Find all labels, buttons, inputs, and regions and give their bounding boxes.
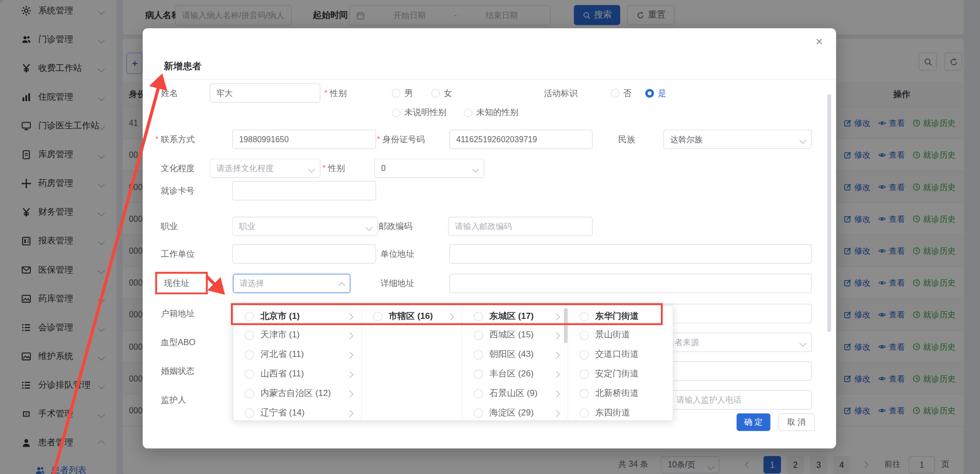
registered-address-label: 户籍地址 (161, 304, 194, 324)
education-select[interactable]: 请选择文化程度 (210, 159, 321, 178)
idcard-input[interactable] (449, 129, 593, 149)
chevron-up-icon (338, 282, 345, 289)
radio-icon (611, 89, 619, 98)
chevron-right-icon (346, 410, 354, 417)
active-yes-radio[interactable]: 是 (645, 83, 667, 103)
cascader-option[interactable]: 天津市 (1) (233, 326, 361, 345)
cascader-option[interactable]: 丰台区 (26) (462, 365, 567, 384)
chevron-right-icon (346, 371, 354, 378)
radio-icon (474, 350, 483, 359)
radio-icon (245, 312, 254, 321)
active-no-radio[interactable]: 否 (611, 83, 632, 103)
radio-icon (579, 369, 589, 378)
cascader-option[interactable]: 北新桥街道 (568, 384, 673, 403)
gender-unstated-radio[interactable]: 未说明性别 (392, 103, 447, 122)
radio-icon (474, 389, 483, 398)
postal-label: 邮政编码 (379, 217, 413, 236)
radio-icon (579, 330, 589, 339)
gender-code-select[interactable]: 0 (374, 159, 484, 178)
current-address-label: 现住址 (164, 274, 189, 293)
postal-input[interactable] (448, 217, 593, 236)
ethnicity-label: 民族 (618, 129, 635, 149)
cascader-option[interactable]: 市辖区 (16) (362, 307, 462, 326)
contact-label: 联系方式 (155, 129, 194, 149)
gender-unknown-radio[interactable]: 未知的性别 (464, 103, 519, 122)
radio-icon (392, 89, 401, 98)
active-flag-label: 活动标识 (544, 83, 578, 103)
cascader-option[interactable]: 西城区 (15) (462, 326, 567, 345)
chevron-right-icon (553, 332, 560, 339)
employer-label: 工作单位 (161, 244, 194, 264)
radio-icon (474, 312, 483, 321)
app-root: 系统管理 门诊管理 收费工作站 住院管理 门诊医生工作站 库房管理 药房管理 财… (0, 0, 980, 474)
occupation-label: 职业 (161, 217, 178, 236)
modal-title: 新增患者 (164, 61, 202, 72)
chevron-right-icon (346, 313, 354, 320)
radio-selected-icon (645, 89, 654, 98)
blood-type-label: 血型ABO (161, 333, 195, 352)
radio-icon (245, 330, 254, 339)
employer-address-input[interactable] (449, 244, 812, 264)
gender-male-radio[interactable]: 男 (392, 83, 413, 103)
name-input[interactable] (210, 83, 321, 103)
chevron-right-icon (553, 371, 560, 378)
guardian-label: 监护人 (161, 390, 186, 410)
cascader-option[interactable]: 东四街道 (568, 403, 673, 422)
radio-icon (245, 389, 254, 398)
chevron-down-icon (366, 224, 373, 231)
cascader-option[interactable]: 石景山区 (9) (462, 384, 567, 403)
cascader-option[interactable]: 景山街道 (568, 326, 673, 345)
gender-label: 性别 (324, 83, 347, 103)
cascader-option[interactable]: 山西省 (11) (233, 365, 361, 384)
occupation-select[interactable]: 职业 (232, 217, 378, 236)
radio-icon (245, 350, 254, 359)
chevron-right-icon (553, 313, 560, 320)
radio-icon (464, 108, 473, 117)
chevron-right-icon (553, 410, 560, 417)
cascader-option[interactable]: 交道口街道 (568, 345, 673, 364)
cascader-option[interactable]: 北京市 (1) (233, 307, 361, 326)
current-address-cascader[interactable]: 请选择 (233, 274, 350, 293)
cascader-column-city: 市辖区 (16) (362, 306, 462, 420)
radio-icon (392, 108, 401, 117)
add-patient-modal: 新增患者 × 姓名 性别 男 女 活动标识 否 是 未说明性别 未知的性别 联系… (143, 28, 836, 448)
chevron-down-icon (472, 165, 479, 173)
cascader-scrollbar[interactable] (564, 308, 567, 343)
close-icon[interactable]: × (811, 33, 828, 50)
cascader-option[interactable]: 海淀区 (29) (462, 403, 567, 422)
cancel-button[interactable]: 取 消 (778, 413, 815, 431)
cascader-option[interactable]: 安定门街道 (568, 365, 673, 384)
radio-icon (474, 408, 483, 418)
chevron-right-icon (553, 390, 560, 397)
gender-female-radio[interactable]: 女 (431, 83, 452, 103)
chevron-down-icon (799, 137, 807, 144)
cascader-option[interactable]: 东城区 (17) (462, 307, 567, 326)
employer-address-label: 单位地址 (381, 244, 415, 264)
radio-icon (474, 330, 483, 339)
detail-address-input[interactable] (449, 274, 812, 293)
radio-icon (245, 408, 254, 418)
cascader-column-district: 东城区 (17) 西城区 (15) 朝阳区 (43) 丰台区 (26) 石景山区… (462, 306, 568, 420)
radio-icon (431, 89, 440, 98)
marital-label: 婚姻状态 (161, 362, 194, 381)
cascader-option[interactable]: 内蒙古自治区 (12) (233, 384, 361, 403)
modal-scrollbar[interactable] (827, 94, 831, 332)
cascader-column-province: 北京市 (1) 天津市 (1) 河北省 (11) 山西省 (11) 内蒙古自治区… (233, 306, 362, 420)
visit-card-input[interactable] (232, 181, 377, 200)
chevron-right-icon (447, 313, 454, 320)
employer-input[interactable] (232, 244, 377, 264)
chevron-right-icon (346, 390, 354, 397)
guardian-phone-input[interactable] (670, 390, 812, 410)
cascader-option[interactable]: 朝阳区 (43) (462, 345, 567, 364)
contact-input[interactable] (232, 129, 377, 149)
cascader-option[interactable]: 东华门街道 (568, 307, 673, 326)
confirm-button[interactable]: 确 定 (737, 413, 771, 431)
ethnicity-select[interactable]: 达斡尔族 (663, 129, 812, 149)
modal-divider (143, 79, 836, 80)
cascader-option[interactable]: 河北省 (11) (233, 345, 361, 364)
idcard-label: 身份证号码 (377, 129, 425, 149)
detail-address-label: 详细地址 (381, 274, 415, 293)
cascader-option[interactable]: 辽宁省 (14) (233, 403, 361, 422)
chevron-right-icon (346, 332, 354, 339)
chevron-right-icon (346, 352, 354, 359)
